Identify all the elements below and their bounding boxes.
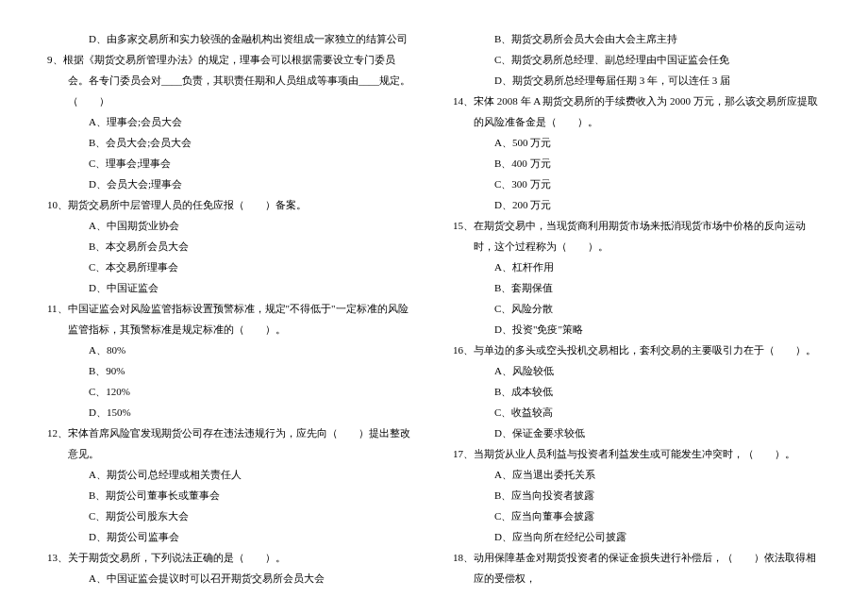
- q10-option-c: C、本交易所理事会: [47, 257, 415, 277]
- q14-option-c: C、300 万元: [453, 174, 821, 194]
- q15-option-a: A、杠杆作用: [453, 257, 821, 277]
- q14-option-d: D、200 万元: [453, 194, 821, 215]
- q12-option-a: A、期货公司总经理或相关责任人: [47, 464, 415, 485]
- q12-option-b: B、期货公司董事长或董事会: [47, 485, 415, 505]
- q17-option-d: D、应当向所在经纪公司披露: [453, 526, 821, 547]
- q16-option-b: B、成本较低: [453, 381, 821, 402]
- q10-option-a: A、中国期货业协会: [47, 215, 415, 236]
- q13-option-c: C、期货交易所总经理、副总经理由中国证监会任免: [453, 49, 821, 70]
- q14-option-a: A、500 万元: [453, 132, 821, 153]
- q9-option-d: D、会员大会;理事会: [47, 174, 415, 194]
- q15-option-c: C、风险分散: [453, 298, 821, 319]
- q9-option-b: B、会员大会;会员大会: [47, 132, 415, 153]
- question-16: 16、与单边的多头或空头投机交易相比，套利交易的主要吸引力在于（ ）。: [453, 340, 821, 360]
- two-column-layout: D、由多家交易所和实力较强的金融机构出资组成一家独立的结算公司 9、根据《期货交…: [47, 28, 821, 588]
- option-d-pre: D、由多家交易所和实力较强的金融机构出资组成一家独立的结算公司: [47, 28, 415, 49]
- q10-option-b: B、本交易所会员大会: [47, 236, 415, 257]
- q13-option-d: D、期货交易所总经理每届任期 3 年，可以连任 3 届: [453, 70, 821, 91]
- q16-option-d: D、保证金要求较低: [453, 422, 821, 443]
- q9-option-c: C、理事会;理事会: [47, 153, 415, 174]
- q15-option-b: B、套期保值: [453, 277, 821, 298]
- q14-option-b: B、400 万元: [453, 153, 821, 174]
- q11-option-d: D、150%: [47, 402, 415, 422]
- q11-option-c: C、120%: [47, 381, 415, 402]
- q12-option-d: D、期货公司监事会: [47, 526, 415, 547]
- question-9: 9、根据《期货交易所管理办法》的规定，理事会可以根据需要设立专门委员会。各专门委…: [47, 49, 415, 111]
- right-column: B、期货交易所会员大会由大会主席主持 C、期货交易所总经理、副总经理由中国证监会…: [453, 28, 821, 588]
- left-column: D、由多家交易所和实力较强的金融机构出资组成一家独立的结算公司 9、根据《期货交…: [47, 28, 415, 588]
- question-12: 12、宋体首席风险官发现期货公司存在违法违规行为，应先向（ ）提出整改意见。: [47, 422, 415, 464]
- q11-option-a: A、80%: [47, 340, 415, 360]
- question-14: 14、宋体 2008 年 A 期货交易所的手续费收入为 2000 万元，那么该交…: [453, 91, 821, 132]
- question-18: 18、动用保障基金对期货投资者的保证金损失进行补偿后，（ ）依法取得相应的受偿权…: [453, 547, 821, 588]
- q17-option-c: C、应当向董事会披露: [453, 505, 821, 526]
- q17-option-b: B、应当向投资者披露: [453, 485, 821, 505]
- q15-option-d: D、投资"免疫"策略: [453, 319, 821, 340]
- q9-option-a: A、理事会;会员大会: [47, 111, 415, 132]
- q11-option-b: B、90%: [47, 360, 415, 381]
- q12-option-c: C、期货公司股东大会: [47, 505, 415, 526]
- q16-option-a: A、风险较低: [453, 360, 821, 381]
- question-11: 11、中国证监会对风险监管指标设置预警标准，规定"不得低于"一定标准的风险监管指…: [47, 298, 415, 340]
- q16-option-c: C、收益较高: [453, 402, 821, 422]
- q13-option-a: A、中国证监会提议时可以召开期货交易所会员大会: [47, 568, 415, 588]
- q17-option-a: A、应当退出委托关系: [453, 464, 821, 485]
- question-13: 13、关于期货交易所，下列说法正确的是（ ）。: [47, 547, 415, 568]
- question-10: 10、期货交易所中层管理人员的任免应报（ ）备案。: [47, 194, 415, 215]
- q10-option-d: D、中国证监会: [47, 277, 415, 298]
- question-17: 17、当期货从业人员利益与投资者利益发生或可能发生冲突时，（ ）。: [453, 443, 821, 464]
- q13-option-b: B、期货交易所会员大会由大会主席主持: [453, 28, 821, 49]
- question-15: 15、在期货交易中，当现货商利用期货市场来抵消现货市场中价格的反向运动时，这个过…: [453, 215, 821, 257]
